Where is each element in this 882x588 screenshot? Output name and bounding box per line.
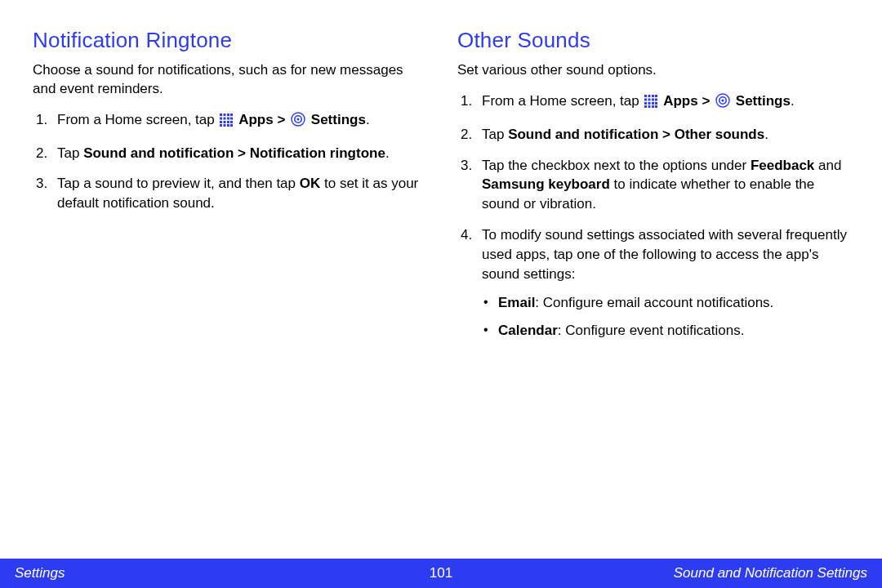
svg-rect-4 <box>220 117 222 119</box>
svg-rect-27 <box>644 102 647 105</box>
step-3: Tap the checkbox next to the options und… <box>457 156 849 214</box>
svg-rect-10 <box>227 121 229 123</box>
right-column: Other Sounds Set various other sound opt… <box>457 28 849 352</box>
svg-rect-1 <box>224 114 226 116</box>
intro-notification-ringtone: Choose a sound for notifications, such a… <box>33 61 425 99</box>
svg-rect-29 <box>652 102 654 105</box>
step-1: From a Home screen, tap Apps > Settings. <box>457 91 849 114</box>
step-2-post: . <box>764 127 768 142</box>
svg-rect-2 <box>227 114 229 116</box>
step-1-apps-label: Apps > <box>663 93 714 109</box>
step-3-ok: OK <box>300 176 321 191</box>
svg-rect-26 <box>655 98 657 100</box>
svg-rect-3 <box>230 114 233 116</box>
footer-bar: Settings 101 Sound and Notification Sett… <box>0 559 882 588</box>
svg-rect-11 <box>230 121 233 123</box>
apps-grid-icon <box>644 94 657 114</box>
svg-rect-13 <box>224 124 226 127</box>
step-1-settings-label: Settings <box>311 112 366 127</box>
footer-page-number: 101 <box>0 565 882 581</box>
sub-calendar-label: Calendar <box>498 323 558 338</box>
step-1-pre: From a Home screen, tap <box>57 112 218 127</box>
svg-rect-0 <box>220 114 222 116</box>
step-2-bold: Sound and notification > Notification ri… <box>83 145 385 161</box>
step-1-post: . <box>791 93 795 109</box>
settings-gear-icon <box>291 112 305 132</box>
step-3-samsung-keyboard: Samsung keyboard <box>482 176 610 192</box>
step-2-pre: Tap <box>57 145 83 161</box>
svg-point-18 <box>296 118 299 120</box>
sub-email-text: : Configure email account notifications. <box>535 295 773 310</box>
left-column: Notification Ringtone Choose a sound for… <box>33 28 425 352</box>
apps-grid-icon <box>220 113 233 132</box>
step-2-bold: Sound and notification > Other sounds <box>508 127 764 142</box>
step-1: From a Home screen, tap Apps > Settings. <box>33 110 425 132</box>
sub-email-label: Email <box>498 295 535 310</box>
sub-calendar: Calendar: Configure event notifications. <box>482 321 849 341</box>
svg-rect-22 <box>655 95 657 97</box>
svg-rect-33 <box>652 105 654 108</box>
step-1-settings-label: Settings <box>736 93 791 109</box>
step-3-a: Tap the checkbox next to the options und… <box>482 158 751 173</box>
svg-point-37 <box>721 99 724 101</box>
svg-rect-30 <box>655 102 657 105</box>
svg-rect-28 <box>648 102 651 105</box>
step-2: Tap Sound and notification > Notificatio… <box>33 144 425 163</box>
step-3-a: Tap a sound to preview it, and then tap <box>57 176 300 191</box>
svg-rect-12 <box>220 124 222 127</box>
svg-rect-14 <box>227 124 229 127</box>
section-title-other-sounds: Other Sounds <box>457 28 849 53</box>
sub-calendar-text: : Configure event notifications. <box>558 323 745 338</box>
step-2-post: . <box>385 145 390 161</box>
svg-rect-15 <box>230 124 233 127</box>
step-4: To modify sound settings associated with… <box>457 225 849 341</box>
step-1-post: . <box>366 112 370 127</box>
svg-rect-21 <box>652 95 654 97</box>
settings-gear-icon <box>715 93 730 114</box>
step-4-text: To modify sound settings associated with… <box>482 227 847 282</box>
svg-rect-8 <box>220 121 222 123</box>
svg-rect-9 <box>224 121 226 123</box>
step-1-pre: From a Home screen, tap <box>482 93 643 109</box>
svg-rect-31 <box>644 105 647 108</box>
step-2: Tap Sound and notification > Other sound… <box>457 125 849 145</box>
step-3: Tap a sound to preview it, and then tap … <box>33 174 425 213</box>
section-title-notification-ringtone: Notification Ringtone <box>33 28 425 53</box>
svg-rect-24 <box>648 98 651 100</box>
svg-rect-6 <box>227 117 229 119</box>
step-3-feedback: Feedback <box>751 158 814 173</box>
steps-other-sounds: From a Home screen, tap Apps > Settings.… <box>457 91 849 341</box>
svg-rect-23 <box>644 98 647 100</box>
step-2-pre: Tap <box>482 127 508 142</box>
steps-notification-ringtone: From a Home screen, tap Apps > Settings.… <box>33 110 425 213</box>
step-1-apps-label: Apps > <box>238 112 289 127</box>
intro-other-sounds: Set various other sound options. <box>457 61 849 80</box>
svg-rect-32 <box>648 105 651 108</box>
svg-rect-7 <box>230 117 233 119</box>
svg-rect-5 <box>224 117 226 119</box>
sub-email: Email: Configure email account notificat… <box>482 293 849 313</box>
svg-rect-19 <box>644 95 647 97</box>
svg-rect-34 <box>655 105 657 108</box>
svg-rect-20 <box>648 95 651 97</box>
step-3-and: and <box>814 158 841 173</box>
svg-rect-25 <box>652 98 654 100</box>
step-4-sublist: Email: Configure email account notificat… <box>482 293 849 341</box>
